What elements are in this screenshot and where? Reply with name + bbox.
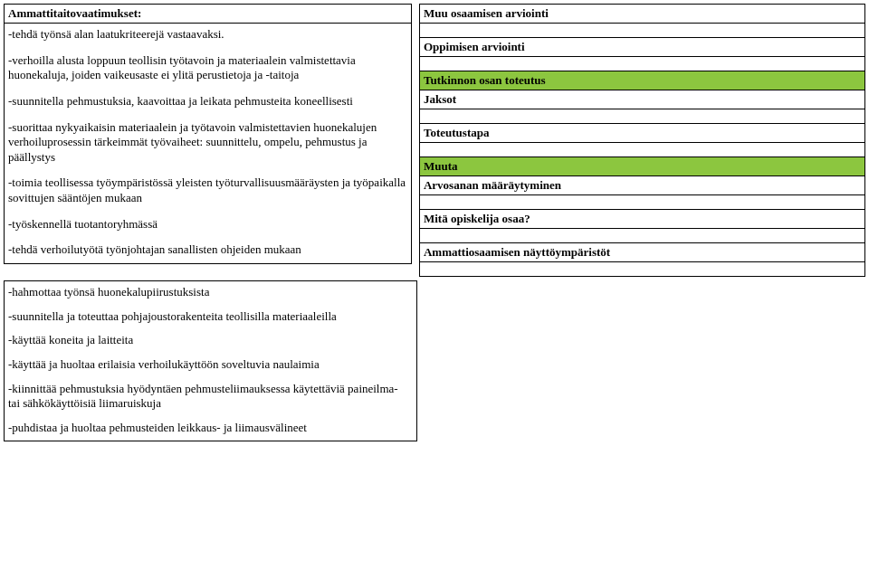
section-muuta: Muuta: [419, 157, 865, 176]
section-tutkinnon-osan: Tutkinnon osan toteutus: [419, 71, 865, 90]
req-p: -tehdä työnsä alan laatukriteerejä vasta…: [8, 27, 407, 43]
box-nayttoymparistot: [419, 262, 865, 277]
box-jaksot: [419, 109, 865, 124]
right-column: Muu osaamisen arviointi Oppimisen arvioi…: [417, 4, 865, 277]
req-p: -käyttää ja huoltaa erilaisia verhoilukä…: [8, 357, 413, 373]
req-p: -suunnitella pehmustuksia, kaavoittaa ja…: [8, 94, 407, 109]
page-root: Ammattitaitovaatimukset: -tehdä työnsä a…: [0, 0, 869, 280]
requirements-body-2: -hahmottaa työnsä huonekalupiirustuksist…: [4, 280, 417, 441]
req-p: -puhdistaa ja huoltaa pehmusteiden leikk…: [8, 421, 413, 436]
box-toteutustapa: [419, 143, 865, 157]
left-column-continued: -hahmottaa työnsä huonekalupiirustuksist…: [0, 280, 417, 441]
req-p: -suorittaa nykyaikaisin materiaalein ja …: [8, 120, 407, 166]
req-p: -suunnitella ja toteuttaa pohjajoustorak…: [8, 309, 413, 325]
req-p: -työskennellä tuotantoryhmässä: [8, 217, 407, 232]
box-arvosanan: [419, 195, 865, 210]
section-muu-osaamisen: Muu osaamisen arviointi: [419, 4, 865, 24]
left-column: Ammattitaitovaatimukset: -tehdä työnsä a…: [4, 4, 417, 277]
section-oppimisen: Oppimisen arviointi: [419, 38, 865, 57]
box-muu-osaamisen: [419, 24, 865, 38]
req-p: -kiinnittää pehmustuksia hyödyntäen pehm…: [8, 382, 413, 412]
req-p: -verhoilla alusta loppuun teollisin työt…: [8, 53, 407, 83]
req-p: -käyttää koneita ja laitteita: [8, 333, 413, 348]
req-p: -tehdä verhoilutyötä työnjohtajan sanall…: [8, 242, 407, 258]
section-nayttoymparistot: Ammattiosaamisen näyttöympäristöt: [419, 243, 865, 262]
requirements-body: -tehdä työnsä alan laatukriteerejä vasta…: [4, 24, 412, 264]
section-mita-opiskelija: Mitä opiskelija osaa?: [419, 210, 865, 229]
section-toteutustapa: Toteutustapa: [419, 124, 865, 143]
req-p: -toimia teollisessa työympäristössä ylei…: [8, 175, 407, 205]
req-p: -hahmottaa työnsä huonekalupiirustuksist…: [8, 285, 413, 300]
box-mita-opiskelija: [419, 229, 865, 243]
section-arvosanan: Arvosanan määräytyminen: [419, 176, 865, 195]
box-oppimisen: [419, 57, 865, 71]
section-jaksot: Jaksot: [419, 90, 865, 109]
requirements-heading: Ammattitaitovaatimukset:: [4, 4, 412, 24]
